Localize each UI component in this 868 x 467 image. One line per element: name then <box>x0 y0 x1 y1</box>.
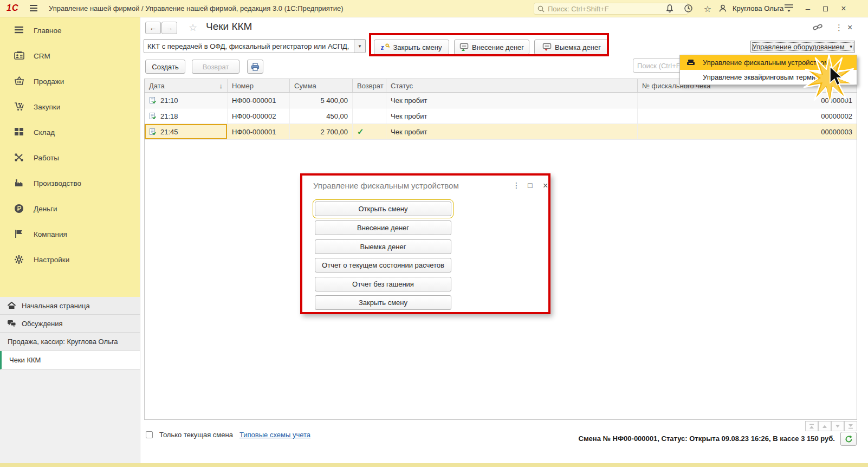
sidebar-item-label: Компания <box>34 230 67 238</box>
cart-icon <box>14 102 25 113</box>
app-window: 1С Управление нашей фирмой / Управление … <box>0 0 868 467</box>
typical-schemes-link[interactable]: Типовые схемы учета <box>239 431 310 439</box>
history-icon[interactable] <box>684 4 695 14</box>
tab-label: Продажа, кассир: Круглова Ольга <box>8 338 118 346</box>
add-favorite-star-icon[interactable]: ☆ <box>189 22 197 34</box>
grid-icon <box>14 127 25 138</box>
combobox-dropdown-icon[interactable]: ▼ <box>354 40 365 53</box>
sidebar-item-glavnoe[interactable]: Главное <box>0 18 140 43</box>
minimize-button[interactable]: – <box>802 3 814 14</box>
tab-home-page[interactable]: Начальная страница <box>0 297 140 315</box>
dialog-more-icon[interactable]: ⋮ <box>513 181 520 190</box>
sidebar-item-proizvodstvo[interactable]: Производство <box>0 171 140 196</box>
titlebar: 1С Управление нашей фирмой / Управление … <box>0 0 868 17</box>
refresh-button[interactable] <box>840 432 857 446</box>
open-shift-dialog-button[interactable]: Открыть смену <box>315 202 451 216</box>
sidebar-item-dengi[interactable]: Деньги <box>0 196 140 222</box>
sidebar-item-label: CRM <box>34 52 50 60</box>
1c-logo: 1С <box>7 3 18 13</box>
sidebar-item-label: Настройки <box>34 256 69 264</box>
receipt-number: НФ00-000001 <box>232 96 276 105</box>
service-menu-icon[interactable] <box>784 4 795 14</box>
column-header-status[interactable]: Статус <box>386 79 638 92</box>
column-header-refund[interactable]: Возврат <box>353 79 386 92</box>
sidebar-item-crm[interactable]: CRM <box>0 43 140 69</box>
main-menu-icon[interactable] <box>29 4 38 12</box>
chevron-down-icon: ▼ <box>849 44 853 49</box>
current-user-name[interactable]: Круглова Ольга <box>733 4 783 12</box>
tab-cheki-kkm-active[interactable]: Чеки ККМ <box>0 351 140 369</box>
dialog-maximize-icon[interactable]: □ <box>528 181 532 190</box>
sidebar-item-sklad[interactable]: Склад <box>0 120 140 145</box>
go-last-button[interactable] <box>844 421 857 431</box>
create-button[interactable]: Создать <box>145 60 185 74</box>
refund-button[interactable]: Возврат <box>192 60 239 74</box>
contact-card-icon <box>14 51 25 62</box>
fiscal-device-dialog: Управление фискальным устройством ⋮ □ × … <box>300 173 550 314</box>
go-prev-button[interactable] <box>818 421 831 431</box>
column-header-number[interactable]: Номер <box>228 79 290 92</box>
tab-sale-session[interactable]: Продажа, кассир: Круглова Ольга <box>0 333 140 351</box>
print-button[interactable] <box>247 60 263 74</box>
annotation-box-toolbar <box>369 33 609 56</box>
kkt-device-combobox[interactable]: ККТ с передачей в ОФД, фискальный регист… <box>144 39 366 53</box>
receipt-number: НФ00-000001 <box>232 128 276 136</box>
table-row[interactable]: 21:10 НФ00-000001 5 400,00 Чек пробит 00… <box>145 93 857 108</box>
sidebar-item-label: Продажи <box>34 77 64 86</box>
chat-icon <box>7 319 16 328</box>
equipment-management-button[interactable]: Управление оборудованием ▼ <box>750 41 855 53</box>
withdraw-dialog-button[interactable]: Выемка денег <box>315 239 451 254</box>
receipt-sum: 5 400,00 <box>320 96 348 105</box>
receipt-time: 21:45 <box>160 128 178 136</box>
deposit-dialog-button[interactable]: Внесение денег <box>315 220 451 235</box>
column-header-date[interactable]: Дата ↓ <box>145 79 228 92</box>
sidebar-item-kompaniya[interactable]: Компания <box>0 222 140 247</box>
document-posted-icon <box>149 97 156 104</box>
more-actions-icon[interactable]: ⋮ <box>835 23 843 33</box>
sort-desc-icon: ↓ <box>219 82 223 90</box>
tab-discussions[interactable]: Обсуждения <box>0 315 140 333</box>
home-icon <box>7 301 16 310</box>
flag-icon <box>14 229 25 240</box>
forward-button[interactable]: → <box>161 22 177 34</box>
close-page-icon[interactable]: × <box>847 23 852 33</box>
column-header-sum[interactable]: Сумма <box>290 79 353 92</box>
dialog-close-icon[interactable]: × <box>543 181 548 191</box>
sidebar-item-raboty[interactable]: Работы <box>0 145 140 171</box>
refresh-icon <box>845 435 853 443</box>
sidebar-item-prodazhi[interactable]: Продажи <box>0 69 140 94</box>
sidebar-item-zakupki[interactable]: Закупки <box>0 94 140 120</box>
close-shift-dialog-button[interactable]: Закрыть смену <box>315 295 451 310</box>
ruble-icon <box>14 204 25 215</box>
get-link-icon[interactable] <box>813 23 823 32</box>
shift-status-line: Смена № НФ00-000001, Статус: Открыта 09.… <box>579 434 835 443</box>
only-current-shift-checkbox[interactable] <box>146 431 153 438</box>
printer-icon <box>251 63 260 71</box>
table-row-selected[interactable]: 21:45 НФ00-000001 2 700,00 ✓ Чек пробит … <box>145 124 857 140</box>
global-search-placeholder: Поиск: Ctrl+Shift+F <box>548 5 609 13</box>
go-first-button[interactable] <box>805 421 818 431</box>
restore-button[interactable] <box>819 3 831 14</box>
tab-label: Начальная страница <box>22 302 90 310</box>
user-icon[interactable] <box>718 4 729 14</box>
sidebar-item-label: Склад <box>34 128 55 137</box>
tools-icon <box>14 153 25 164</box>
sidebar-item-nastroyki[interactable]: Настройки <box>0 247 140 273</box>
search-icon <box>537 5 545 12</box>
receipt-number: НФ00-000002 <box>232 112 276 120</box>
x-report-button[interactable]: Отчет без гашения <box>315 277 451 291</box>
notifications-bell-icon[interactable] <box>665 4 676 14</box>
current-settlement-report-button[interactable]: Отчет о текущем состоянии расчетов <box>315 258 451 273</box>
back-button[interactable]: ← <box>145 22 161 34</box>
close-window-button[interactable]: × <box>838 3 850 14</box>
favorites-star-icon[interactable]: ☆ <box>702 4 713 14</box>
window-bottom-frame <box>0 463 868 467</box>
table-row[interactable]: 21:18 НФ00-000002 450,00 Чек пробит 0000… <box>145 108 857 124</box>
go-next-button[interactable] <box>831 421 844 431</box>
receipt-fiscal-number: 00000003 <box>821 128 852 136</box>
list-search-placeholder: Поиск (Ctrl+F) <box>637 62 683 70</box>
create-label: Создать <box>152 63 178 71</box>
tab-label: Чеки ККМ <box>9 356 41 364</box>
receipt-status: Чек пробит <box>391 128 427 136</box>
sidebar-divider <box>140 17 140 463</box>
